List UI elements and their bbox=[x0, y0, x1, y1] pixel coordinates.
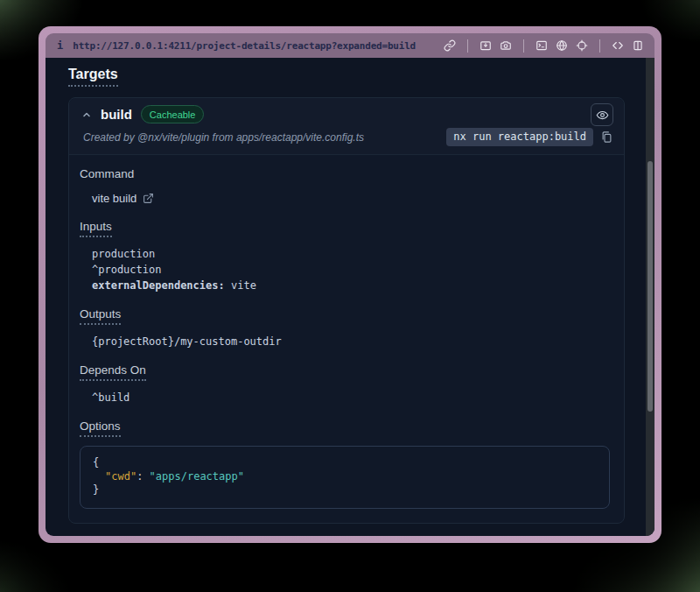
chevron-up-icon bbox=[81, 109, 92, 120]
scrollbar-track[interactable] bbox=[646, 58, 654, 536]
scrollbar-thumb[interactable] bbox=[648, 161, 653, 412]
outputs-label: Outputs bbox=[80, 307, 121, 325]
command-label: Command bbox=[80, 167, 134, 180]
url-bar: i http://127.0.0.1:4211/project-details/… bbox=[46, 33, 654, 58]
external-link-icon bbox=[143, 193, 154, 204]
depends-on-section: Depends On ^build bbox=[80, 362, 612, 405]
input-item: production bbox=[92, 246, 612, 262]
run-command-chip: nx run reactapp:build bbox=[446, 128, 593, 146]
run-command-group: nx run reactapp:build bbox=[446, 128, 613, 146]
build-target-card: build Cacheable Created by @nx/vite/plug… bbox=[68, 97, 625, 524]
project-details-page: Targets build Cacheable C bbox=[46, 58, 654, 536]
options-section: Options { "cwd": "apps/reactapp" } bbox=[80, 418, 612, 509]
build-target-body: Command vite build Inputs production ^pr… bbox=[69, 155, 624, 523]
split-panel-icon[interactable] bbox=[632, 39, 644, 52]
inputs-list: production ^production externalDependenc… bbox=[92, 246, 612, 293]
json-close-brace: } bbox=[93, 483, 597, 497]
globe-icon[interactable] bbox=[556, 39, 568, 52]
command-section: Command vite build bbox=[80, 166, 612, 206]
toolbar-divider bbox=[523, 39, 524, 53]
options-json-box: { "cwd": "apps/reactapp" } bbox=[80, 446, 610, 509]
toolbar-divider bbox=[467, 39, 468, 53]
download-box-icon[interactable] bbox=[480, 39, 492, 52]
browser-window: i http://127.0.0.1:4211/project-details/… bbox=[38, 26, 662, 543]
options-label: Options bbox=[80, 419, 121, 437]
json-key: "cwd" bbox=[105, 470, 136, 483]
outputs-section: Outputs {projectRoot}/my-custom-outdir bbox=[80, 306, 612, 349]
browser-toolbar bbox=[444, 39, 644, 53]
cacheable-badge: Cacheable bbox=[141, 105, 205, 123]
url-text[interactable]: http://127.0.0.1:4211/project-details/re… bbox=[73, 40, 434, 52]
json-cwd-line: "cwd": "apps/reactapp" bbox=[93, 470, 597, 484]
toolbar-divider bbox=[599, 39, 600, 53]
build-visibility-button[interactable] bbox=[591, 103, 613, 126]
build-target-header-row[interactable]: build Cacheable bbox=[69, 98, 624, 123]
input-item: externalDependencies: vite bbox=[92, 278, 612, 293]
inputs-label: Inputs bbox=[80, 220, 112, 237]
crosshair-icon[interactable] bbox=[576, 39, 588, 52]
command-link[interactable]: vite build bbox=[92, 192, 154, 205]
outputs-list: {projectRoot}/my-custom-outdir bbox=[92, 334, 612, 349]
inputs-section: Inputs production ^production externalDe… bbox=[80, 218, 612, 293]
input-item: ^production bbox=[92, 262, 612, 278]
output-item: {projectRoot}/my-custom-outdir bbox=[92, 334, 612, 349]
eye-icon bbox=[596, 109, 609, 122]
depends-on-list: ^build bbox=[92, 390, 612, 405]
camera-icon[interactable] bbox=[500, 39, 512, 52]
terminal-icon[interactable] bbox=[536, 39, 548, 52]
copy-icon bbox=[600, 130, 613, 144]
page-title: Targets bbox=[68, 67, 118, 87]
json-value: "apps/reactapp" bbox=[150, 470, 244, 483]
depends-on-label: Depends On bbox=[80, 363, 146, 381]
created-by-text: Created by @nx/vite/plugin from apps/rea… bbox=[83, 131, 364, 144]
copy-command-button[interactable] bbox=[600, 130, 613, 144]
browser-chrome: i http://127.0.0.1:4211/project-details/… bbox=[46, 33, 654, 536]
created-by-row: Created by @nx/vite/plugin from apps/rea… bbox=[69, 123, 624, 154]
json-open-brace: { bbox=[93, 456, 597, 470]
command-value: vite build bbox=[92, 192, 136, 205]
link-icon[interactable] bbox=[444, 39, 456, 52]
depends-on-item: ^build bbox=[92, 390, 612, 405]
json-separator: : bbox=[136, 470, 149, 483]
build-target-header: build Cacheable Created by @nx/vite/plug… bbox=[69, 98, 624, 155]
target-name: build bbox=[101, 107, 132, 122]
info-icon[interactable]: i bbox=[57, 39, 63, 52]
code-icon[interactable] bbox=[612, 39, 624, 52]
